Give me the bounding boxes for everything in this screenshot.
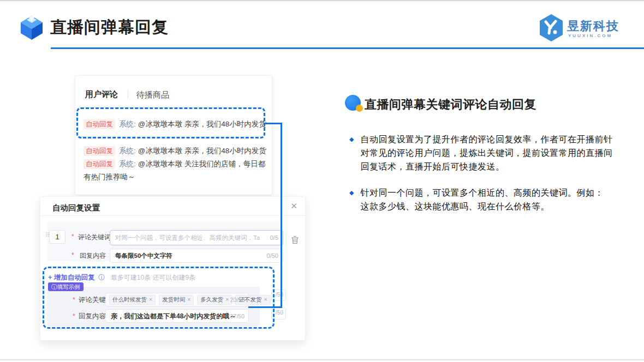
feature-bullet: ◆ 自动回复设置为了提升作者的评论回复效率，作者可在开播前针对常见的评论用户问题…	[349, 132, 621, 173]
header-underline	[51, 47, 644, 49]
auto-reply-message: 自动回复系统:@冰墩墩本墩 亲亲，我们48小时内发货	[84, 144, 266, 158]
keyword-counter: 0/5	[270, 234, 278, 241]
tab-user-comments[interactable]: 用户评论	[85, 89, 118, 100]
highlight-box-example	[43, 267, 275, 329]
brand-name: 昱新科技	[567, 18, 619, 34]
auto-reply-badge: 自动回复	[84, 159, 115, 169]
row-actions-divider	[286, 233, 287, 247]
bottom-edge-divider	[0, 359, 644, 360]
brand-hexagon-icon	[539, 14, 564, 44]
close-icon[interactable]: ✕	[290, 201, 297, 211]
reply-input[interactable]	[110, 249, 283, 262]
connector-line-bottom	[248, 306, 282, 308]
tab-divider	[128, 90, 128, 99]
page: 直播间弹幕回复 昱新科技 YUUXIN.COM 用户评论 待播商品 自动回复系统…	[0, 0, 644, 362]
feature-bullet-text: 自动回复设置为了提升作者的评论回复效率，作者可在开播前针对常见的评论用户问题，提…	[360, 132, 621, 173]
keyword-field: 0/5	[110, 230, 283, 245]
reply-field: 0/50	[110, 249, 283, 263]
highlight-box-message	[76, 107, 265, 138]
tab-pending-products[interactable]: 待播商品	[136, 90, 169, 100]
required-mark: *	[71, 251, 74, 259]
delete-row-icon[interactable]	[291, 236, 299, 246]
brand-domain: YUUXIN.COM	[568, 33, 612, 38]
reply-counter: 0/50	[267, 252, 278, 259]
message-sender: 系统:	[119, 147, 136, 155]
keyword-label: 评论关键词	[78, 233, 111, 242]
reply-label: 回复内容	[80, 251, 106, 261]
feature-bullet-text: 针对同一个问题，可设置多个相近的、高频的关键词。例如：这款多少钱、这块能优惠吗、…	[360, 186, 606, 213]
cube-logo-icon	[20, 15, 44, 43]
required-mark: *	[71, 233, 74, 240]
connector-line-top	[265, 123, 282, 124]
modal-title: 自动回复设置	[52, 203, 100, 213]
page-title: 直播间弹幕回复	[50, 16, 169, 39]
auto-reply-badge: 自动回复	[84, 146, 115, 156]
feature-bullet: ◆ 针对同一个问题，可设置多个相近的、高频的关键词。例如：这款多少钱、这块能优惠…	[349, 186, 606, 213]
message-text: @冰墩墩本墩 亲亲，我们48小时内发货	[138, 147, 266, 155]
brand-logo: 昱新科技 YUUXIN.COM	[539, 14, 642, 45]
chat-bubble-dot-icon	[356, 105, 363, 112]
modal-header-divider	[40, 215, 305, 216]
keyword-input[interactable]	[110, 231, 283, 245]
feature-heading: 直播间弹幕关键词评论自动回复	[365, 96, 536, 113]
message-sender: 系统:	[119, 160, 136, 168]
connector-line-vertical	[281, 123, 282, 308]
top-edge-divider	[0, 0, 644, 1]
auto-reply-message: 自动回复系统:@冰墩墩本墩 关注我们的店铺，每日都有热门推荐呦～	[84, 158, 267, 184]
rule-index-input[interactable]	[49, 230, 65, 244]
diamond-bullet-icon: ◆	[349, 132, 354, 173]
diamond-bullet-icon: ◆	[349, 186, 354, 213]
